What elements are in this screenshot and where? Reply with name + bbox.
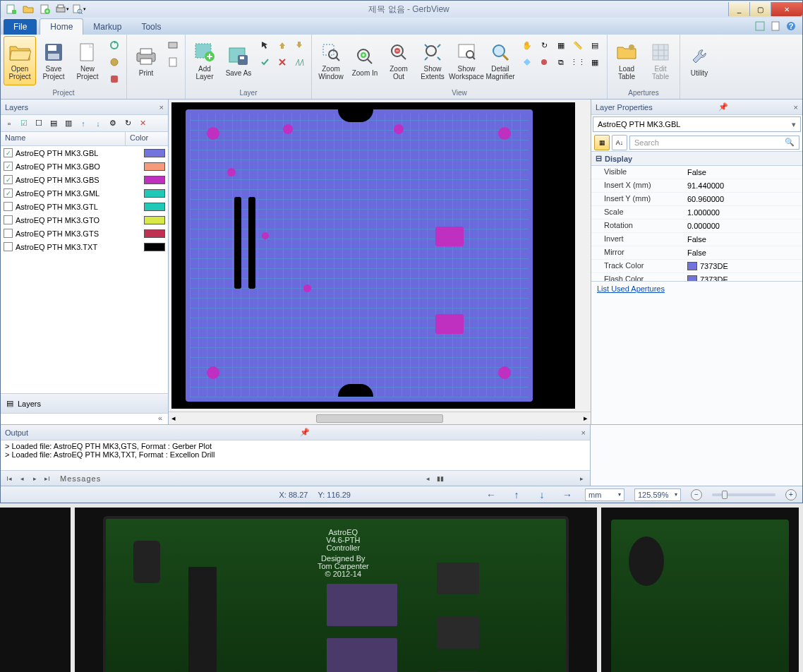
- layer-color-swatch[interactable]: [144, 216, 165, 224]
- layer-up-icon[interactable]: [274, 37, 290, 53]
- lt-up-icon[interactable]: ↑: [76, 116, 90, 131]
- utility-button[interactable]: Utility: [683, 36, 716, 85]
- layer-checkbox[interactable]: [4, 242, 13, 251]
- view-link-icon[interactable]: ⧉: [553, 54, 569, 70]
- property-row[interactable]: Mirror False: [591, 246, 802, 260]
- layers-close-icon[interactable]: ×: [159, 103, 164, 112]
- zoom-in-icon[interactable]: +: [785, 489, 797, 500]
- zoom-in-button[interactable]: Zoom In: [349, 36, 381, 85]
- list-apertures-link[interactable]: List Used Apertures: [597, 284, 665, 293]
- horizontal-scrollbar[interactable]: ◂ ▸: [169, 412, 591, 424]
- new-project-button[interactable]: New Project: [71, 36, 104, 85]
- project-delete-icon[interactable]: [107, 71, 122, 87]
- layer-checkbox[interactable]: ✓: [4, 188, 13, 198]
- nav-left-icon[interactable]: ←: [483, 488, 499, 501]
- scroll-mid-icon[interactable]: ▮▮: [435, 473, 446, 484]
- layer-checkbox[interactable]: ✓: [4, 175, 13, 184]
- messages-tab[interactable]: Messages: [54, 474, 107, 483]
- close-button[interactable]: ✕: [771, 2, 802, 16]
- show-extents-button[interactable]: Show Extents: [416, 36, 449, 85]
- zoom-slider[interactable]: [712, 493, 775, 496]
- property-value[interactable]: 7373DE: [683, 273, 802, 281]
- collapse-icon[interactable]: «: [1, 413, 168, 424]
- property-row[interactable]: Rotation 0.000000: [591, 220, 802, 233]
- property-row[interactable]: Scale 1.000000: [591, 206, 802, 220]
- maximize-button[interactable]: ▢: [749, 2, 771, 16]
- qat-preview-icon[interactable]: ▾: [71, 2, 87, 16]
- nav-up-icon[interactable]: ↑: [509, 488, 524, 501]
- qat-print-icon[interactable]: ▾: [54, 2, 70, 16]
- qat-add-icon[interactable]: [37, 2, 53, 16]
- tools-tab[interactable]: Tools: [131, 19, 171, 35]
- section-display[interactable]: ⊟Display: [591, 152, 802, 166]
- sort-cat-icon[interactable]: ▦: [594, 135, 610, 150]
- help-icon[interactable]: ?: [785, 20, 798, 33]
- vertical-scrollbar[interactable]: [578, 100, 591, 412]
- layer-color-swatch[interactable]: [144, 243, 165, 251]
- qat-new-icon[interactable]: [4, 2, 19, 16]
- property-value[interactable]: False: [683, 233, 802, 246]
- nav-last-icon[interactable]: ▸I: [42, 473, 53, 484]
- property-row[interactable]: Flash Color 7373DE: [591, 273, 802, 281]
- property-value[interactable]: 0.000000: [683, 220, 802, 232]
- zoom-window-button[interactable]: Zoom Window: [315, 36, 347, 85]
- layer-checkbox[interactable]: [4, 215, 13, 224]
- lt-stack2-icon[interactable]: ▥: [61, 116, 76, 131]
- layer-row[interactable]: ✓ AstroEQ PTH MK3.GBO: [1, 160, 168, 173]
- layer-color-swatch[interactable]: [144, 176, 165, 184]
- layer-color-swatch[interactable]: [144, 189, 165, 198]
- nav-next-icon[interactable]: ▸: [29, 473, 40, 484]
- layer-row[interactable]: ✓ AstroEQ PTH MK3.GBS: [1, 173, 168, 186]
- view-dots-icon[interactable]: ⋮⋮: [570, 54, 586, 70]
- property-row[interactable]: Invert False: [591, 233, 802, 246]
- properties-search[interactable]: Search: [629, 136, 799, 150]
- property-value[interactable]: 60.960000: [683, 193, 802, 205]
- scroll-left-icon[interactable]: ◂: [422, 473, 433, 484]
- edit-table-button[interactable]: Edit Table: [644, 36, 677, 85]
- layer-color-swatch[interactable]: [144, 229, 165, 238]
- view-rotate-icon[interactable]: ↻: [536, 37, 552, 53]
- layer-checkbox[interactable]: [4, 202, 13, 211]
- page-setup-icon[interactable]: [165, 54, 181, 70]
- project-settings-icon[interactable]: [107, 54, 122, 70]
- lt-down-icon[interactable]: ↓: [91, 116, 105, 131]
- qat-open-icon[interactable]: [20, 2, 36, 16]
- zoom-out-icon[interactable]: −: [691, 489, 702, 500]
- add-layer-button[interactable]: Add Layer: [188, 36, 221, 85]
- print-preview-icon[interactable]: [165, 37, 181, 53]
- print-button[interactable]: Print: [130, 36, 162, 85]
- lt-delete-icon[interactable]: ✕: [135, 116, 150, 131]
- nav-down-icon[interactable]: ↓: [534, 488, 550, 501]
- view-ruler-icon[interactable]: 📏: [570, 37, 586, 53]
- view-star-icon[interactable]: [536, 54, 552, 70]
- view-matrix-icon[interactable]: ▦: [587, 54, 603, 70]
- property-value[interactable]: 91.440000: [683, 179, 802, 192]
- view-diamond-icon[interactable]: [519, 54, 535, 70]
- show-workspace-button[interactable]: Show Workspace: [450, 36, 483, 85]
- property-row[interactable]: Visible False: [591, 166, 802, 179]
- property-value[interactable]: 7373DE: [683, 260, 802, 272]
- file-tab[interactable]: File: [4, 19, 37, 35]
- lt-uncheck-icon[interactable]: ☐: [32, 116, 46, 131]
- layer-row[interactable]: ✓ AstroEQ PTH MK3.GML: [1, 186, 168, 200]
- layer-color-swatch[interactable]: [144, 203, 165, 211]
- zoom-select[interactable]: 125.59%: [634, 488, 681, 501]
- layer-mirror-icon[interactable]: [291, 54, 307, 70]
- scroll-right-icon[interactable]: ▸: [576, 473, 587, 484]
- property-value[interactable]: 1.000000: [683, 206, 802, 219]
- property-row[interactable]: Track Color 7373DE: [591, 260, 802, 273]
- property-row[interactable]: Insert X (mm) 91.440000: [591, 179, 802, 193]
- minimize-button[interactable]: _: [728, 2, 749, 16]
- lt-check-icon[interactable]: ☑: [17, 116, 31, 131]
- layer-color-swatch[interactable]: [144, 162, 165, 171]
- output-pin-icon[interactable]: 📌: [300, 428, 310, 437]
- layer-row[interactable]: AstroEQ PTH MK3.GTL: [1, 200, 168, 213]
- lt-new-icon[interactable]: ▫: [2, 116, 16, 131]
- layer-check-icon[interactable]: [258, 54, 273, 70]
- properties-close-icon[interactable]: ×: [794, 103, 798, 112]
- layer-checkbox[interactable]: ✓: [4, 148, 13, 157]
- lt-settings-icon[interactable]: ⚙: [106, 116, 120, 131]
- layer-select[interactable]: AstroEQ PTH MK3.GBL: [593, 116, 801, 132]
- nav-right-icon[interactable]: →: [560, 488, 575, 501]
- save-as-button[interactable]: Save As: [222, 36, 255, 85]
